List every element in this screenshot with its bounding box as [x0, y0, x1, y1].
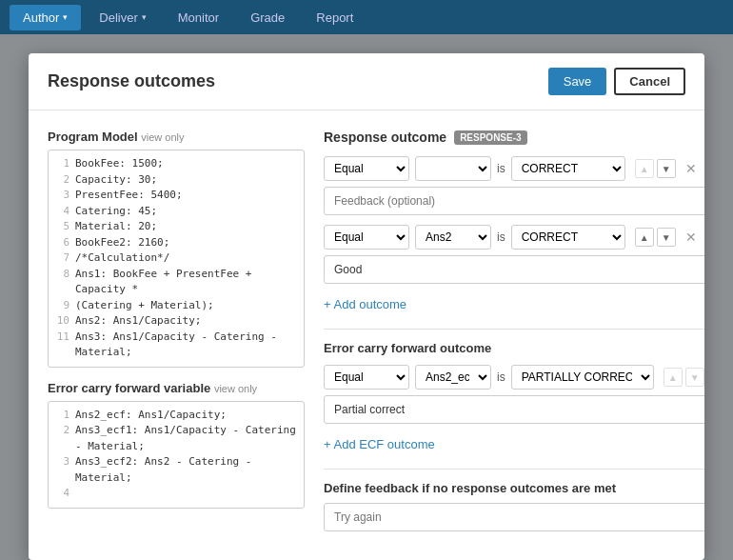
ecf-correct-select[interactable]: PARTIALLY CORRECT CORRECT INCORRECT	[511, 365, 654, 390]
ecf-outcome-row: Equal Ans2_ecf is PARTIALLY CORRECT CORR…	[324, 365, 704, 390]
outcome2-correct-select[interactable]: CORRECT INCORRECT PARTIALLY CORRECT	[511, 225, 625, 250]
ecf-code-line: 3Ans3_ecf2: Ans2 - Catering - Material;	[56, 454, 296, 486]
code-line: 10Ans2: Ans1/Capacity;	[56, 313, 296, 330]
nav-item-report[interactable]: Report	[303, 5, 366, 30]
code-line: 6BookFee2: 2160;	[56, 235, 296, 251]
ecf-section-title: Error carry forward outcome	[324, 341, 704, 355]
ecf-code-line: 1Ans2_ecf: Ans1/Capacity;	[56, 408, 296, 424]
ecf-label: Error carry forward variable view only	[48, 381, 305, 395]
nav-item-grade[interactable]: Grade	[237, 5, 298, 30]
ecf-feedback-input[interactable]	[324, 395, 704, 424]
outcome2-condition-select[interactable]: Equal	[324, 225, 409, 250]
author-caret-icon: ▾	[63, 12, 68, 22]
outcome2-ans-select[interactable]: Ans2	[415, 225, 491, 250]
outcome1-is-text: is	[497, 162, 505, 175]
outcome2-feedback-input[interactable]	[324, 255, 704, 284]
ecf-down-btn[interactable]: ▼	[685, 368, 704, 387]
nav-item-author[interactable]: Author ▾	[10, 5, 81, 30]
modal-overlay: Response outcomes Save Cancel Program Mo…	[0, 34, 733, 560]
outcome2-delete-btn[interactable]: ✕	[682, 230, 701, 245]
nav-item-deliver[interactable]: Deliver ▾	[86, 5, 159, 30]
response-outcomes-modal: Response outcomes Save Cancel Program Mo…	[29, 53, 704, 560]
add-ecf-button[interactable]: + Add ECF outcome	[324, 433, 435, 455]
ecf-up-btn[interactable]: ▲	[664, 368, 683, 387]
section-divider-2	[324, 469, 704, 470]
outcome2-is-text: is	[497, 230, 505, 244]
outcome1-ans-select[interactable]	[415, 156, 491, 181]
code-line: 2Capacity: 30;	[56, 172, 296, 189]
outcome1-arrows: ▲ ▼	[635, 159, 676, 178]
response-badge: RESPONSE-3	[454, 130, 526, 145]
define-feedback-title: Define feedback if no response outcomes …	[324, 481, 704, 495]
modal-title: Response outcomes	[48, 71, 215, 91]
code-line: 5Material: 20;	[56, 219, 296, 235]
save-button[interactable]: Save	[548, 68, 607, 95]
background-content: Response outcomes Save Cancel Program Mo…	[0, 34, 733, 560]
ecf-code: 1Ans2_ecf: Ans1/Capacity;2Ans3_ecf1: Ans…	[48, 401, 305, 509]
no-response-feedback-input[interactable]	[324, 503, 704, 531]
modal-body: Program Model view only 1BookFee: 1500;2…	[29, 110, 704, 560]
cancel-button[interactable]: Cancel	[614, 68, 685, 95]
outcome2-up-btn[interactable]: ▲	[635, 228, 654, 247]
outcome-row-2: Equal Ans2 is CORRECT INCORRECT PARTIALL…	[324, 225, 704, 250]
code-line: 4Catering: 45;	[56, 204, 296, 220]
ecf-arrows: ▲ ▼	[664, 368, 704, 387]
deliver-caret-icon: ▾	[142, 12, 147, 22]
ecf-view-only: view only	[214, 383, 257, 394]
outcome-row-1: Equal is CORRECT INCORRECT PARTIALLY COR…	[324, 156, 704, 181]
program-model-code: 1BookFee: 1500;2Capacity: 30;3PresentFee…	[48, 150, 305, 368]
response-outcome-title: Response outcome	[324, 130, 446, 145]
ecf-is-text: is	[497, 370, 505, 384]
ecf-ans-select[interactable]: Ans2_ecf	[415, 365, 491, 390]
add-outcome-button[interactable]: + Add outcome	[324, 293, 406, 315]
outcome1-condition-select[interactable]: Equal	[324, 156, 409, 181]
nav-item-monitor[interactable]: Monitor	[165, 5, 232, 30]
ecf-condition-select[interactable]: Equal	[324, 365, 409, 390]
outcome1-feedback-input[interactable]	[324, 187, 704, 215]
modal-actions: Save Cancel	[548, 68, 685, 95]
outcome1-up-btn[interactable]: ▲	[635, 159, 654, 178]
code-line: 7/*Calculation*/	[56, 250, 296, 267]
outcome1-delete-btn[interactable]: ✕	[682, 161, 701, 176]
left-panel: Program Model view only 1BookFee: 1500;2…	[48, 130, 305, 541]
program-model-label: Program Model view only	[48, 130, 305, 144]
code-line: 11Ans3: Ans1/Capacity - Catering - Mater…	[56, 330, 296, 361]
section-divider	[324, 329, 704, 330]
code-line: 1BookFee: 1500;	[56, 156, 296, 172]
code-line: 3PresentFee: 5400;	[56, 188, 296, 204]
ecf-code-line: 4	[56, 486, 296, 502]
code-line: 9 (Catering + Material);	[56, 298, 296, 314]
code-line: 8Ans1: BookFee + PresentFee + Capacity *	[56, 267, 296, 298]
outcome1-correct-select[interactable]: CORRECT INCORRECT PARTIALLY CORRECT	[511, 156, 625, 181]
nav-bar: Author ▾ Deliver ▾ Monitor Grade Report	[0, 0, 733, 34]
outcome1-down-btn[interactable]: ▼	[657, 159, 676, 178]
program-model-view-only: view only	[141, 131, 184, 143]
outcome2-down-btn[interactable]: ▼	[657, 228, 676, 247]
ecf-code-line: 2Ans3_ecf1: Ans1/Capacity - Catering - M…	[56, 423, 296, 454]
outcome2-arrows: ▲ ▼	[635, 228, 676, 247]
right-panel: Response outcome RESPONSE-3 Equal is	[324, 130, 704, 541]
modal-header: Response outcomes Save Cancel	[29, 53, 704, 110]
response-outcome-header: Response outcome RESPONSE-3	[324, 130, 704, 145]
